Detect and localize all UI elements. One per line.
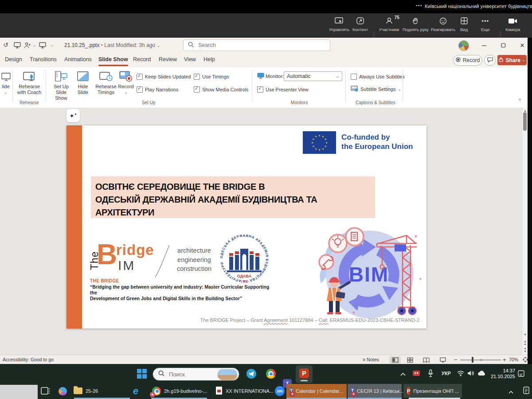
scrollbar-thumb[interactable] [523,112,527,131]
meeting-manage-button[interactable]: Управлять [329,16,349,32]
minimize-button[interactable] [477,39,491,51]
fit-to-window-button[interactable] [520,356,531,363]
hide-slide-button[interactable]: Hide Slide [74,71,92,95]
wrench-icon [319,255,333,270]
zoom-level[interactable]: 70% [509,357,518,362]
display-icon[interactable] [39,42,46,50]
task-view-icon[interactable] [41,387,51,397]
use-presenter-view-checkbox[interactable]: Use Presenter View [257,86,309,93]
set-up-slide-show-button[interactable]: Set Up Slide Show [49,71,73,101]
powerpoint-taskbar-active[interactable]: P [296,365,313,383]
slide[interactable]: ★★★ ★★★ ★★★ ★★★ Co-funded by the Europea… [66,125,426,329]
slideshow-icon[interactable] [14,42,21,50]
reading-view-button[interactable] [420,356,432,364]
meeting-content-button[interactable]: Контент [352,16,368,32]
meeting-raise-hand-button[interactable]: Поднять руку [403,16,429,32]
internet-explorer-icon[interactable]: e [133,386,138,396]
zoom-in-button[interactable]: + [503,356,506,363]
taskbar-search[interactable] [153,368,239,381]
zoom-slider-thumb[interactable] [472,357,473,363]
vertical-scrollbar[interactable]: ▲ ▼ ▲▲ ▼▼ [522,108,528,355]
account-avatar[interactable] [458,40,469,51]
document-title: 21.10.25_.pptx • Last Modified: 3h ago ⌄ [64,42,160,48]
slide-title-block[interactable]: ОСВІТНЄ СЕРЕДОВИЩЕ THE BRIDGE В ОДЕСЬКІЙ… [91,176,375,218]
zoom-out-button[interactable]: − [454,356,458,363]
taskbar-window-calendar[interactable]: T3 Calendar | Calendar... [286,384,347,398]
search-input[interactable] [197,42,314,49]
show-media-controls-checkbox[interactable]: Show Media Controls [194,86,249,93]
notes-button[interactable]: ≡ Notes [363,357,379,362]
tray-document-icon[interactable] [523,387,529,396]
comments-button[interactable] [484,55,496,66]
chevron-down-icon[interactable]: ⌄ [156,43,160,48]
copilot-icon[interactable] [59,387,67,395]
desktop-peek-box[interactable] [0,385,38,399]
taskbar-window-chrome[interactable]: ● 2h.g19-budivelno-... [149,384,211,398]
record-button[interactable]: Record [453,55,482,66]
date: 21.10.2025 [487,374,515,379]
participants-count: 75 [395,15,399,20]
telegram-icon[interactable] [246,369,256,380]
slide-sorter-view-button[interactable] [404,356,416,364]
last-modified[interactable]: Last Modified: 3h ago [104,42,155,48]
taskbar-window-pdf[interactable]: XX INTERNATIONA... [212,384,277,398]
keep-slides-updated-checkbox[interactable]: Keep Slides Updated [137,74,191,80]
meeting-participants-button[interactable]: 75 Участники [379,16,399,32]
undo-icon[interactable]: ↺ [3,41,8,48]
share-button[interactable]: Share ⌄ [497,55,527,65]
coach-monitor-icon [23,71,36,82]
collapse-ribbon-chevron-icon[interactable]: ⌄ [518,96,522,102]
ribbon-record-button[interactable]: Record ⌄ [117,71,135,95]
designer-ideas-button[interactable]: ✦✦ [66,109,80,122]
meeting-react-button[interactable]: Реагировать [431,16,455,32]
bing-daily-image[interactable] [217,369,238,380]
logo-tagline: architecture engineering construction [168,246,221,274]
chrome-icon[interactable] [266,369,276,379]
subtitle-settings-button[interactable]: Subtitle Settings ⌄ [351,86,401,93]
taskbar-window-sesiya[interactable]: T3 СЕСІЯ 13 | Київськ... [348,384,402,398]
meeting-camera-button[interactable]: Камера [505,16,520,32]
slide-show-view-button[interactable] [437,356,449,364]
odaba-year: -1930- [239,279,249,283]
from-current-slide-button-partial[interactable]: lide ⌄ [0,71,12,95]
meeting-title-bar: ••• Київський національний університет б… [0,0,532,13]
qat-more-icon[interactable]: ⌵ [51,43,54,48]
maximize-button[interactable] [497,39,510,51]
search-bar[interactable] [183,39,330,51]
tab-animations[interactable]: Animations [64,56,92,63]
active-indicator [301,380,308,381]
always-use-subtitles-checkbox[interactable]: Always Use Subtitles [351,74,405,80]
use-timings-checkbox[interactable]: Use Timings [194,74,229,80]
accessibility-status[interactable]: Accessibility: Good to go [3,357,54,362]
tab-design[interactable]: Design [5,56,22,63]
normal-view-button[interactable] [389,356,401,364]
eu-stars: ★★★ ★★★ ★★★ ★★★ [303,131,336,154]
taskbar-clock[interactable]: 14:37 21.10.2025 [487,368,515,379]
taskbar-search-input[interactable] [168,371,219,378]
start-button[interactable] [137,368,147,381]
document-name: 21.10.25_.pptx [64,42,99,48]
monitor-dropdown[interactable]: Automatic ⌄ [284,71,342,81]
pdf-icon [215,386,223,396]
view-grid-icon [461,16,468,26]
taskbar-window-folder[interactable]: 25-26 [70,384,102,398]
play-narrations-checkbox[interactable]: Play Narrations [137,86,178,93]
tab-transitions[interactable]: Transitions [30,56,57,63]
tab-help[interactable]: Help [203,56,215,63]
row-show-hidden-icon[interactable] [508,388,514,396]
tab-review[interactable]: Review [159,56,177,63]
tab-slide-show[interactable]: Slide Show [98,56,128,63]
meeting-more-button[interactable]: ••• Еще [481,16,489,32]
close-button[interactable]: ✕ [516,39,529,51]
tab-record[interactable]: Record [133,56,151,63]
rehearse-with-coach-button[interactable]: Rehearse with Coach [15,71,44,95]
taskbar-window-presentation[interactable]: P Презентація ОНП ... [403,384,462,398]
tab-view[interactable]: View [184,56,196,63]
meeting-more-icon[interactable]: ••• [416,3,422,8]
chevron-down-icon[interactable]: ⌄ [33,43,36,47]
meeting-view-button[interactable]: Вид [460,16,468,32]
present-person-icon[interactable] [24,42,31,50]
slide-title-line: ОДЕСЬКІЙ ДЕРЖАВНІЙ АКАДЕМІЇ БУДІВНИЦТВА … [95,193,361,206]
rehearse-timings-button[interactable]: Rehearse Timings [95,71,117,95]
zoom-app-icon[interactable]: zm [275,386,285,396]
